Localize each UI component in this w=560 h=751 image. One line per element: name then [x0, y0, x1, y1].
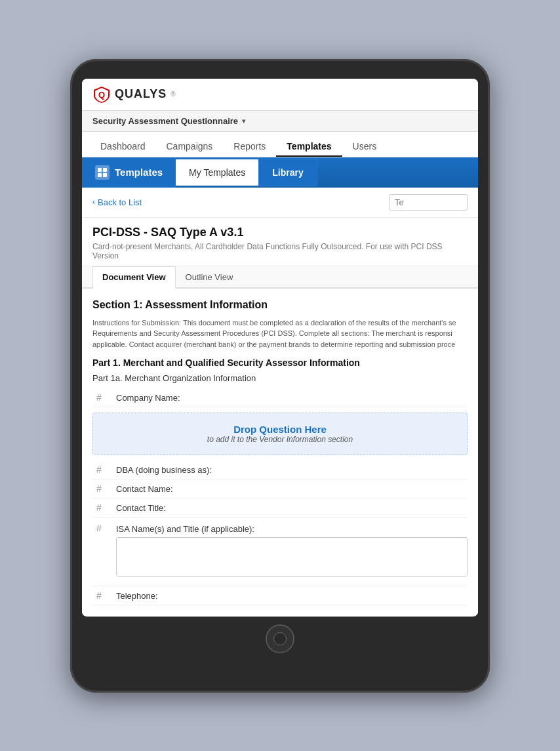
field-label-telephone: Telephone: [116, 591, 158, 601]
svg-rect-3 [98, 173, 102, 177]
document-body: Section 1: Assessment Information Instru… [82, 289, 478, 617]
back-chevron-icon: ‹ [92, 197, 95, 207]
svg-rect-1 [98, 168, 102, 172]
field-row-dba: # DBA (doing business as): [92, 460, 468, 479]
search-input[interactable] [389, 194, 468, 211]
field-label-dba: DBA (doing business as): [116, 465, 212, 475]
library-label: Library [272, 167, 303, 178]
field-hash-contact-title: # [92, 502, 106, 513]
field-row-contact-name: # Contact Name: [92, 479, 468, 498]
field-hash-contact-name: # [92, 483, 106, 494]
field-row-contact-title: # Contact Title: [92, 498, 468, 518]
module-dropdown[interactable]: Security Assessment Questionnaire ▾ [92, 116, 245, 126]
chevron-down-icon: ▾ [242, 117, 245, 125]
document-subtitle: Card-not-present Merchants, All Cardhold… [92, 242, 468, 260]
back-to-list-link[interactable]: ‹ Back to List [92, 197, 142, 207]
module-label: Security Assessment Questionnaire [92, 116, 238, 126]
tablet-screen: Q QUALYS ® Security Assessment Questionn… [82, 79, 478, 617]
content-area: ‹ Back to List PCI-DSS - SAQ Type A v3.1… [82, 188, 478, 617]
part-sub-title: Part 1a. Merchant Organization Informati… [92, 373, 468, 383]
tablet-frame: Q QUALYS ® Security Assessment Questionn… [70, 59, 490, 693]
registered-mark: ® [170, 91, 175, 98]
home-button-inner [273, 632, 287, 645]
instructions-text: Instructions for Submission: This docume… [92, 317, 468, 350]
field-hash-isa-name: # [92, 523, 106, 533]
outline-view-tab[interactable]: Outline View [176, 266, 243, 289]
svg-text:Q: Q [98, 90, 105, 100]
nav-tabs: Dashboard Campaigns Reports Templates Us… [82, 132, 478, 157]
drop-question-sub: to add it to the Vendor Information sect… [104, 435, 456, 444]
app-name: QUALYS [115, 87, 167, 101]
field-hash-company: # [92, 392, 106, 403]
field-row-isa-name: # ISA Name(s) and Title (if applicable): [92, 518, 468, 586]
field-row-telephone: # Telephone: [92, 586, 468, 605]
my-templates-label: My Templates [189, 167, 245, 178]
templates-active-tab[interactable]: Templates [82, 157, 176, 188]
top-actions: ‹ Back to List [82, 188, 478, 218]
tab-users[interactable]: Users [342, 137, 388, 157]
tab-dashboard[interactable]: Dashboard [90, 137, 156, 157]
isa-name-textarea[interactable] [116, 537, 468, 577]
templates-bar: Templates My Templates Library [82, 157, 478, 188]
field-row-company-name: # Company Name: [92, 388, 468, 407]
field-hash-dba: # [92, 464, 106, 475]
field-label-contact-title: Contact Title: [116, 503, 166, 513]
qualys-logo: Q QUALYS ® [92, 85, 176, 104]
drop-question-area[interactable]: Drop Question Here to add it to the Vend… [92, 413, 468, 455]
view-tabs: Document View Outline View [82, 266, 478, 289]
home-button[interactable] [266, 624, 294, 653]
library-tab[interactable]: Library [258, 159, 317, 186]
tab-reports[interactable]: Reports [223, 137, 276, 157]
svg-rect-4 [103, 173, 107, 177]
document-view-tab[interactable]: Document View [92, 266, 176, 289]
document-title: PCI-DSS - SAQ Type A v3.1 [92, 226, 468, 239]
section-title: Section 1: Assessment Information [92, 299, 468, 311]
field-hash-telephone: # [92, 590, 106, 601]
templates-grid-icon [95, 165, 110, 180]
my-templates-tab[interactable]: My Templates [176, 159, 258, 186]
app-header: Q QUALYS ® [82, 79, 478, 111]
sub-header[interactable]: Security Assessment Questionnaire ▾ [82, 111, 478, 132]
field-label-contact-name: Contact Name: [116, 484, 173, 494]
back-to-list-label: Back to List [98, 197, 142, 207]
document-title-area: PCI-DSS - SAQ Type A v3.1 Card-not-prese… [82, 218, 478, 266]
field-label-company: Company Name: [116, 393, 180, 403]
field-label-isa-name: ISA Name(s) and Title (if applicable): [116, 524, 254, 534]
tab-templates[interactable]: Templates [276, 137, 342, 157]
templates-tab-label: Templates [115, 167, 163, 178]
drop-question-main: Drop Question Here [104, 424, 456, 435]
part-title: Part 1. Merchant and Qualified Security … [92, 357, 468, 368]
svg-rect-2 [103, 168, 107, 172]
qualys-shield-icon: Q [92, 85, 111, 104]
tab-campaigns[interactable]: Campaigns [156, 137, 224, 157]
